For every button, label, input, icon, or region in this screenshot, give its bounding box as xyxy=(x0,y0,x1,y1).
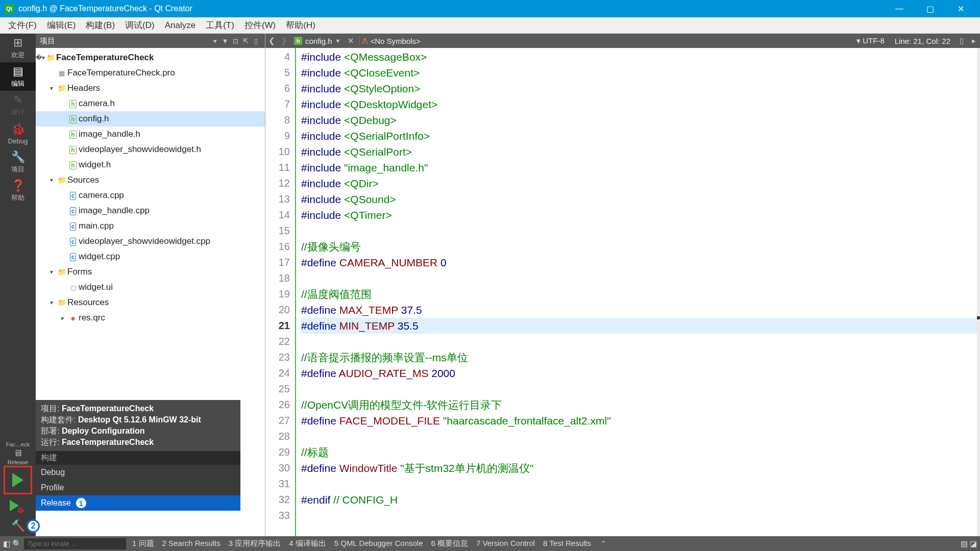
menu-工具[interactable]: 工具(T) xyxy=(201,17,239,33)
tree-file-widget.cpp[interactable]: cwidget.cpp xyxy=(36,249,265,264)
build-option-release[interactable]: Release1 xyxy=(36,495,240,511)
tree-file-config.h[interactable]: hconfig.h xyxy=(36,111,265,127)
menu-构建[interactable]: 构建(B) xyxy=(81,17,120,33)
code-line[interactable] xyxy=(301,476,977,492)
output-toggle-button[interactable]: ◧ xyxy=(3,539,10,548)
code-line[interactable]: //标题 xyxy=(301,444,977,460)
tree-sources[interactable]: ▾📁Sources xyxy=(36,172,265,188)
tree-resources[interactable]: ▾📁Resources xyxy=(36,295,265,310)
close-file-button[interactable]: ✕ xyxy=(345,36,357,45)
locator-input[interactable] xyxy=(24,538,126,549)
code-line[interactable]: //语音提示播报的频率设置--ms单位 xyxy=(301,349,977,365)
tree-pro[interactable]: ▦FaceTemperatureCheck.pro xyxy=(36,65,265,81)
split-editor-button[interactable]: ▯ xyxy=(955,36,968,45)
expander-icon[interactable]: ▾ xyxy=(47,85,56,92)
code-line[interactable]: #define FACE_MODEL_FILE "haarcascade_fro… xyxy=(301,413,977,429)
code-line[interactable]: #include <QSerialPortInfo> xyxy=(301,128,977,144)
expander-icon[interactable]: �▾ xyxy=(36,54,45,61)
menu-调试[interactable]: 调试(D) xyxy=(120,17,160,33)
filter-icon[interactable]: ▼ xyxy=(220,37,230,45)
overview-ruler[interactable] xyxy=(977,48,980,536)
output-tab[interactable]: 7 Version Control xyxy=(472,539,539,548)
nav-back-button[interactable]: ❮ xyxy=(265,36,278,45)
sync-icon[interactable]: ⊡ xyxy=(230,37,240,45)
close-button[interactable]: ✕ xyxy=(945,0,976,17)
tree-file-image_handle.h[interactable]: himage_handle.h xyxy=(36,127,265,142)
menu-analyze[interactable]: Analyze xyxy=(160,18,201,33)
code-line[interactable]: #include <QDebug> xyxy=(301,112,977,128)
editor-menu-button[interactable]: ▸ xyxy=(968,36,980,45)
line-number-gutter[interactable]: 4567891011121314151617181920212223242526… xyxy=(265,48,296,536)
output-tab[interactable]: 6 概要信息 xyxy=(427,539,473,548)
code-line[interactable] xyxy=(301,334,977,349)
link-icon[interactable]: ⇱ xyxy=(240,37,251,45)
menu-帮助[interactable]: 帮助(H) xyxy=(281,17,321,33)
split-icon[interactable]: ▯ xyxy=(251,37,261,45)
mode-welcome[interactable]: ⊞欢迎 xyxy=(0,34,36,62)
target-selector[interactable]: Fac…eck 🖥 Release xyxy=(0,441,36,465)
code-line[interactable]: #include <QSound> xyxy=(301,191,977,207)
menu-文件[interactable]: 文件(F) xyxy=(3,17,42,33)
tree-file-camera.h[interactable]: hcamera.h xyxy=(36,96,265,111)
mode-projects[interactable]: 🔧项目 xyxy=(0,148,36,177)
code-line[interactable]: //OpenCV调用的模型文件-软件运行目录下 xyxy=(301,397,977,413)
output-tab[interactable]: 1 问题 xyxy=(128,539,158,548)
code-line[interactable]: #include <QDir> xyxy=(301,176,977,191)
code-editor[interactable]: #include <QMessageBox>#include <QCloseEv… xyxy=(296,48,977,536)
tree-file-widget.ui[interactable]: ▢widget.ui xyxy=(36,280,265,295)
tree-file-videoplayer_showvideowidget.h[interactable]: hvideoplayer_showvideowidget.h xyxy=(36,142,265,157)
mode-help[interactable]: ❓帮助 xyxy=(0,177,36,205)
menu-控件[interactable]: 控件(W) xyxy=(239,17,281,33)
tree-file-widget.h[interactable]: hwidget.h xyxy=(36,157,265,172)
code-line[interactable]: #include <QMessageBox> xyxy=(301,49,977,65)
cursor-position[interactable]: Line: 21, Col: 22 xyxy=(890,37,955,45)
tree-file-main.cpp[interactable]: cmain.cpp xyxy=(36,218,265,234)
code-line[interactable]: //摄像头编号 xyxy=(301,239,977,255)
code-line[interactable] xyxy=(301,381,977,397)
build-option-debug[interactable]: Debug xyxy=(36,465,240,480)
code-line[interactable]: //温度阀值范围 xyxy=(301,286,977,302)
close-output-button[interactable]: ◪ xyxy=(970,539,977,548)
tree-file-camera.cpp[interactable]: ccamera.cpp xyxy=(36,188,265,203)
chevron-up-icon[interactable]: ⌃ xyxy=(597,539,607,548)
expander-icon[interactable]: ▾ xyxy=(47,177,56,184)
tree-forms[interactable]: ▾📁Forms xyxy=(36,264,265,280)
mode-debug[interactable]: 🐞Debug xyxy=(0,119,36,148)
mode-design[interactable]: ✎设计 xyxy=(0,91,36,119)
encoding-label[interactable]: ▾ UTF-8 xyxy=(851,36,890,45)
output-tab[interactable]: 4 编译输出 xyxy=(285,539,330,548)
nav-forward-button[interactable]: ❯ xyxy=(278,36,290,45)
dropdown-icon[interactable]: ▾ xyxy=(210,37,220,45)
code-line[interactable]: #include "image_handle.h" xyxy=(301,160,977,176)
tree-file-res.qrc[interactable]: ▸◈res.qrc xyxy=(36,310,265,325)
tree-file-videoplayer_showvideowidget.cpp[interactable]: cvideoplayer_showvideowidget.cpp xyxy=(36,234,265,249)
sidebar-toggle-button[interactable]: ▤ xyxy=(961,539,968,548)
maximize-button[interactable]: ▢ xyxy=(915,0,945,17)
code-line[interactable]: #include <QDesktopWidget> xyxy=(301,96,977,112)
open-file-dropdown[interactable]: h config.h ▼ xyxy=(290,37,345,45)
build-option-profile[interactable]: Profile xyxy=(36,480,240,495)
output-tab[interactable]: 5 QML Debugger Console xyxy=(330,539,427,548)
code-line[interactable] xyxy=(301,429,977,444)
code-line[interactable]: #define MAX_TEMP 37.5 xyxy=(301,302,977,318)
run-button[interactable] xyxy=(4,466,32,494)
code-line[interactable]: #include <QStyleOption> xyxy=(301,81,977,96)
code-line[interactable]: #include <QCloseEvent> xyxy=(301,65,977,81)
code-line[interactable]: #define WindowTitle "基于stm32单片机的测温仪" xyxy=(301,460,977,476)
expander-icon[interactable]: ▾ xyxy=(47,268,56,276)
code-line[interactable]: #define CAMERA_NUMBER 0 xyxy=(301,255,977,270)
output-tab[interactable]: 8 Test Results xyxy=(539,539,595,548)
tree-file-image_handle.cpp[interactable]: cimage_handle.cpp xyxy=(36,203,265,218)
tree-headers[interactable]: ▾📁Headers xyxy=(36,81,265,96)
code-line[interactable] xyxy=(301,223,977,239)
code-line[interactable]: #define MIN_TEMP 35.5 xyxy=(301,318,977,334)
run-debug-button[interactable]: 🐞 xyxy=(0,495,29,516)
expander-icon[interactable]: ▸ xyxy=(58,314,67,321)
code-line[interactable]: #endif // CONFIG_H xyxy=(301,492,977,508)
mode-edit[interactable]: ▤编辑 xyxy=(0,62,36,91)
tree-root[interactable]: �▾📁FaceTemperatureCheck xyxy=(36,50,265,65)
output-tab[interactable]: 2 Search Results xyxy=(158,539,225,548)
symbols-dropdown[interactable]: <No Symbols> xyxy=(370,37,420,45)
code-line[interactable]: #define AUDIO_RATE_MS 2000 xyxy=(301,365,977,381)
menu-编辑[interactable]: 编辑(E) xyxy=(42,17,81,33)
